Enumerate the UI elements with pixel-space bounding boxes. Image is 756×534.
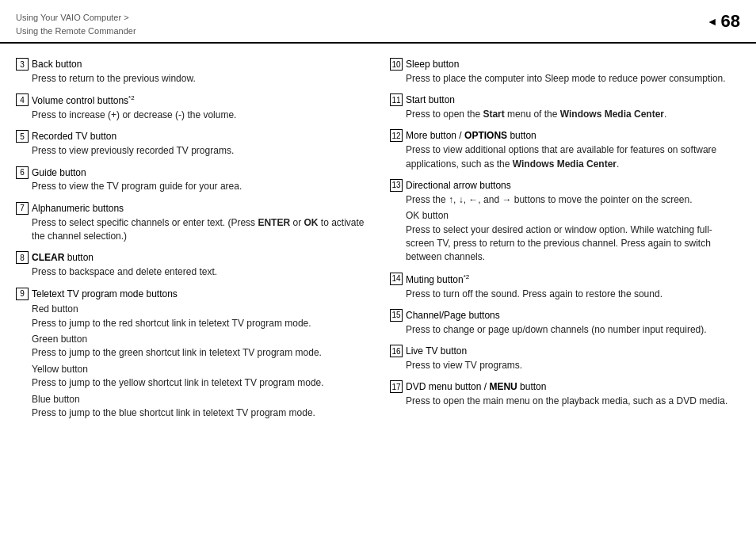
sub-entry-ok: OK button Press to select your desired a…	[406, 209, 740, 265]
entry-title-4: Volume control buttons*2	[32, 93, 135, 108]
entry-num-17: 17	[390, 380, 403, 393]
entry-body-11: Press to open the Start menu of the Wind…	[390, 108, 740, 121]
entry-8: 8 CLEAR button Press to backspace and de…	[16, 251, 366, 279]
entry-num-11: 11	[390, 93, 403, 106]
entry-body-15: Press to change or page up/down channels…	[390, 323, 740, 337]
entry-title-7: Alphanumeric buttons	[32, 202, 124, 216]
page-number: ◄ 68	[707, 11, 740, 32]
entry-num-13: 13	[390, 179, 403, 192]
entry-title-12: More button / OPTIONS button	[406, 129, 536, 143]
entry-num-5: 5	[16, 130, 29, 143]
entry-9: 9 Teletext TV program mode buttons Red b…	[16, 288, 366, 421]
entry-3: 3 Back button Press to return to the pre…	[16, 58, 366, 86]
entry-title-9: Teletext TV program mode buttons	[32, 288, 178, 301]
entry-16: 16 Live TV button Press to view TV progr…	[390, 345, 740, 372]
entry-15: 15 Channel/Page buttons Press to change …	[390, 309, 740, 337]
entry-body-3: Press to return to the previous window.	[16, 72, 366, 86]
entry-7: 7 Alphanumeric buttons Press to select s…	[16, 202, 366, 244]
entry-6: 6 Guide button Press to view the TV prog…	[16, 166, 366, 194]
entry-body-17: Press to open the main menu on the playb…	[390, 395, 740, 408]
entry-12: 12 More button / OPTIONS button Press to…	[390, 129, 740, 171]
entry-title-5: Recorded TV button	[32, 130, 116, 143]
entry-title-15: Channel/Page buttons	[406, 309, 500, 322]
entry-body-13: Press the ↑, ↓, ←, and → buttons to move…	[390, 193, 740, 265]
entry-title-16: Live TV button	[406, 345, 467, 358]
entry-title-11: Start button	[406, 93, 455, 107]
entry-17: 17 DVD menu button / MENU button Press t…	[390, 380, 740, 408]
header-title: Using Your VAIO Computer > Using the Rem…	[16, 11, 136, 37]
entry-title-6: Guide button	[32, 166, 86, 180]
entry-13: 13 Directional arrow buttons Press the ↑…	[390, 179, 740, 265]
entry-title-3: Back button	[32, 58, 82, 71]
entry-num-6: 6	[16, 166, 29, 179]
entry-body-5: Press to view previously recorded TV pro…	[16, 144, 366, 158]
entry-num-3: 3	[16, 58, 29, 71]
entry-num-10: 10	[390, 58, 403, 71]
entry-title-8: CLEAR button	[32, 251, 94, 265]
entry-num-12: 12	[390, 129, 403, 142]
entry-4: 4 Volume control buttons*2 Press to incr…	[16, 93, 366, 122]
entry-body-9: Red button Press to jump to the red shor…	[16, 303, 366, 420]
entry-title-10: Sleep button	[406, 58, 459, 71]
right-column: 10 Sleep button Press to place the compu…	[390, 58, 740, 428]
sub-entry-blue: Blue button Press to jump to the blue sh…	[32, 393, 366, 421]
entry-title-17: DVD menu button / MENU button	[406, 380, 546, 394]
entry-title-13: Directional arrow buttons	[406, 179, 511, 193]
entry-body-7: Press to select specific channels or ent…	[16, 216, 366, 244]
entry-num-16: 16	[390, 345, 403, 357]
sub-entry-green: Green button Press to jump to the green …	[32, 333, 366, 360]
entry-num-8: 8	[16, 251, 29, 264]
entry-body-6: Press to view the TV program guide for y…	[16, 180, 366, 193]
entry-num-9: 9	[16, 288, 29, 300]
entry-body-16: Press to view TV programs.	[390, 359, 740, 372]
entry-num-7: 7	[16, 202, 29, 215]
sub-entry-red: Red button Press to jump to the red shor…	[32, 303, 366, 330]
entry-body-4: Press to increase (+) or decrease (-) th…	[16, 109, 366, 122]
entry-num-4: 4	[16, 93, 29, 106]
page-arrow-icon: ◄	[707, 15, 718, 28]
page-header: Using Your VAIO Computer > Using the Rem…	[0, 0, 756, 44]
entry-14: 14 Muting button*2 Press to turn off the…	[390, 273, 740, 301]
entry-num-14: 14	[390, 273, 403, 285]
left-column: 3 Back button Press to return to the pre…	[16, 58, 366, 428]
entry-5: 5 Recorded TV button Press to view previ…	[16, 130, 366, 158]
entry-num-15: 15	[390, 309, 403, 322]
entry-title-14: Muting button*2	[406, 273, 469, 287]
entry-11: 11 Start button Press to open the Start …	[390, 93, 740, 121]
main-content: 3 Back button Press to return to the pre…	[0, 44, 756, 436]
entry-body-12: Press to view additional options that ar…	[390, 143, 740, 171]
entry-body-10: Press to place the computer into Sleep m…	[390, 72, 740, 86]
entry-body-14: Press to turn off the sound. Press again…	[390, 288, 740, 301]
sub-entry-yellow: Yellow button Press to jump to the yello…	[32, 363, 366, 391]
entry-10: 10 Sleep button Press to place the compu…	[390, 58, 740, 86]
page-container: Using Your VAIO Computer > Using the Rem…	[0, 0, 756, 534]
entry-body-8: Press to backspace and delete entered te…	[16, 265, 366, 279]
